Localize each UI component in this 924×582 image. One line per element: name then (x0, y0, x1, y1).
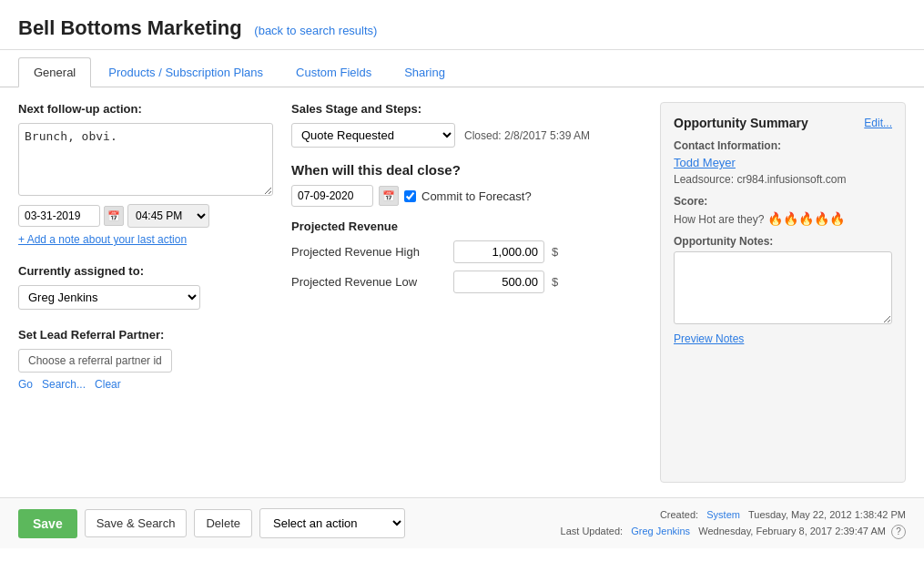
close-calendar-icon[interactable]: 📅 (379, 186, 399, 206)
proj-high-input[interactable] (453, 240, 544, 263)
preview-notes-link[interactable]: Preview Notes (674, 332, 744, 345)
proj-low-label: Projected Revenue Low (291, 275, 446, 289)
tab-sharing[interactable]: Sharing (389, 57, 461, 87)
tab-products[interactable]: Products / Subscription Plans (93, 57, 279, 87)
updated-date: Wednesday, February 8, 2017 2:39:47 AM (698, 526, 886, 536)
referral-label: Set Lead Referral Partner: (18, 328, 273, 342)
tab-general[interactable]: General (18, 57, 91, 87)
action-select[interactable]: Select an action (259, 508, 405, 538)
proj-high-label: Projected Revenue High (291, 245, 446, 259)
commit-forecast-checkbox[interactable] (404, 190, 416, 202)
referral-search-link[interactable]: Search... (42, 378, 86, 391)
proj-high-dollar: $ (552, 245, 558, 259)
follow-up-label: Next follow-up action: (18, 102, 273, 116)
follow-up-date-input[interactable] (18, 205, 100, 227)
main-content: Next follow-up action: Brunch, obvi. 📅 0… (0, 87, 924, 497)
assigned-to-label: Currently assigned to: (18, 264, 273, 278)
stage-closed-date: Closed: 2/8/2017 5:39 AM (464, 129, 590, 142)
sales-stage-select[interactable]: Quote Requested (291, 123, 455, 148)
updated-user[interactable]: Greg Jenkins (631, 526, 690, 536)
commit-forecast-label: Commit to Forecast? (421, 189, 532, 203)
proj-low-input[interactable] (453, 271, 544, 293)
created-user[interactable]: System (706, 509, 740, 520)
follow-up-time-select[interactable]: 04:45 PM (127, 204, 209, 228)
tab-bar: General Products / Subscription Plans Cu… (0, 57, 924, 87)
sales-stage-label: Sales Stage and Steps: (291, 102, 642, 116)
flame-icons: 🔥🔥🔥🔥🔥 (767, 211, 845, 226)
right-panel: Opportunity Summary Edit... Contact Info… (660, 102, 906, 483)
save-search-button[interactable]: Save & Search (85, 509, 188, 537)
close-date-input[interactable] (291, 185, 373, 207)
center-panel: Sales Stage and Steps: Quote Requested C… (291, 102, 642, 483)
referral-section: Set Lead Referral Partner: Choose a refe… (18, 328, 273, 391)
opp-notes-textarea[interactable] (674, 251, 892, 324)
opp-notes-label: Opportunity Notes: (674, 235, 892, 248)
proj-low-dollar: $ (552, 275, 558, 289)
save-button[interactable]: Save (18, 509, 77, 538)
help-icon[interactable]: ? (891, 525, 906, 539)
back-to-search-link[interactable]: (back to search results) (254, 24, 377, 37)
footer-info: Created: System Tuesday, May 22, 2012 1:… (561, 507, 906, 539)
created-label: Created: (660, 509, 698, 520)
add-note-link[interactable]: + Add a note about your last action (18, 233, 187, 246)
projected-revenue-label: Projected Revenue (291, 220, 642, 233)
opp-edit-link[interactable]: Edit... (864, 117, 892, 129)
created-date: Tuesday, May 22, 2012 1:38:42 PM (748, 509, 906, 520)
assigned-to-select[interactable]: Greg Jenkins (18, 285, 200, 310)
follow-up-textarea[interactable]: Brunch, obvi. (18, 123, 273, 196)
referral-go-link[interactable]: Go (18, 378, 33, 391)
updated-label: Last Updated: (561, 526, 624, 536)
calendar-icon[interactable]: 📅 (104, 206, 124, 226)
referral-clear-link[interactable]: Clear (95, 378, 121, 391)
contact-name-link[interactable]: Todd Meyer (674, 156, 892, 169)
left-panel: Next follow-up action: Brunch, obvi. 📅 0… (18, 102, 273, 483)
page-header: Bell Bottoms Marketing (back to search r… (0, 0, 924, 87)
tab-custom-fields[interactable]: Custom Fields (280, 57, 387, 87)
when-close-label: When will this deal close? (291, 162, 642, 178)
leadsource-text: Leadsource: cr984.infusionsoft.com (674, 173, 846, 186)
hot-label: How Hot are they? (674, 213, 764, 226)
opp-summary-title: Opportunity Summary (674, 116, 808, 130)
page-title: Bell Bottoms Marketing (18, 16, 242, 39)
contact-info-label: Contact Information: (674, 139, 892, 152)
footer: Save Save & Search Delete Select an acti… (0, 497, 924, 548)
score-label: Score: (674, 195, 892, 208)
delete-button[interactable]: Delete (194, 509, 252, 537)
referral-choose-button[interactable]: Choose a referral partner id (18, 349, 172, 373)
